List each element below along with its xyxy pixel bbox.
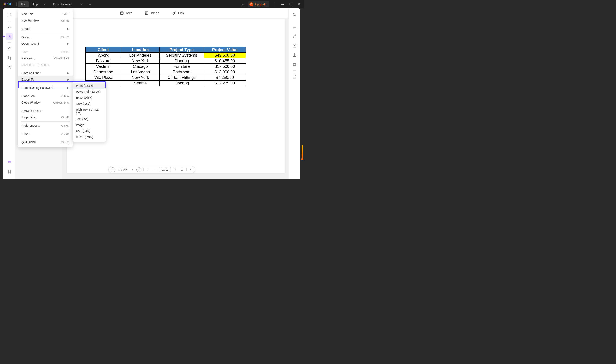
document-tab[interactable]: Excel to Word ✕ — [50, 1, 86, 7]
last-page-icon[interactable]: ⤓ — [180, 168, 184, 172]
tool-text[interactable]: Text — [120, 11, 132, 15]
organize-tool-icon[interactable] — [6, 45, 13, 52]
table-cell: Chicago — [121, 64, 159, 69]
table-row: oSeattleFlooring$12,275.00 — [85, 80, 246, 86]
separator — [21, 121, 70, 122]
table-cell: Flooring — [159, 80, 204, 86]
menu-open-recent[interactable]: Open Recent▶ — [18, 40, 72, 47]
minimize-icon[interactable]: — — [280, 2, 285, 6]
svg-rect-5 — [8, 66, 11, 69]
highlight-tool-icon[interactable] — [6, 24, 13, 30]
tool-image[interactable]: Image — [144, 11, 159, 15]
svg-rect-1 — [8, 35, 11, 38]
zoom-out-button[interactable]: − — [111, 167, 115, 172]
svg-rect-6 — [9, 67, 10, 68]
menu-show-folder[interactable]: Show in Folder — [18, 108, 72, 114]
menu-new-tab[interactable]: New TabCtrl+T — [18, 11, 72, 17]
table-cell: Secutiry Systems — [159, 52, 204, 58]
menu-new-window[interactable]: New WindowCtrl+N — [18, 17, 72, 24]
ocr-icon[interactable]: OCR — [291, 24, 298, 30]
layers-icon[interactable] — [6, 159, 13, 166]
menu-close-tab[interactable]: Close TabCtrl+W — [18, 93, 72, 99]
table-row: DunestoneLas VegasBathroom$13,900.00 — [85, 69, 246, 75]
menu-help[interactable]: Help — [29, 1, 41, 7]
menu-open[interactable]: Open...Ctrl+O — [18, 34, 72, 40]
menu-print[interactable]: Print...Ctrl+P — [18, 131, 72, 137]
app-logo: UPDF — [2, 2, 12, 6]
close-window-icon[interactable]: ✕ — [297, 2, 301, 6]
export-csv[interactable]: CSV (.csv) — [72, 101, 106, 107]
menu-preferences[interactable]: Preferences...Ctrl+K — [18, 122, 72, 129]
search-icon[interactable] — [291, 11, 298, 18]
table-cell: $12,275.00 — [204, 80, 246, 86]
export-rtf[interactable]: Rich Text Format (.rtf) — [72, 107, 106, 116]
separator — [293, 21, 296, 21]
crop-tool-icon[interactable] — [6, 54, 13, 61]
export-text[interactable]: Text (.txt) — [72, 116, 106, 122]
share-icon[interactable] — [291, 52, 298, 59]
left-sidebar — [3, 8, 15, 180]
reader-mode-icon[interactable] — [6, 11, 13, 18]
menu-properties[interactable]: Properties...Ctrl+D — [18, 114, 72, 120]
upgrade-button[interactable]: B Upgrade — [248, 1, 270, 7]
export-xml[interactable]: XML (.xml) — [72, 128, 106, 134]
table-cell: $10,455.00 — [204, 58, 246, 64]
table-row: AborkLos AngelesSecutiry Systems$43,500.… — [85, 52, 246, 58]
menu-save-other[interactable]: Save as Other▶ — [18, 70, 72, 76]
svg-point-7 — [293, 13, 295, 15]
separator — [186, 168, 187, 171]
col-client: Client — [85, 47, 121, 52]
table-cell: Abork — [85, 52, 121, 58]
table-cell: Curtain Flittings — [159, 75, 204, 80]
menu-save-as[interactable]: Save As...Ctrl+Shift+S — [18, 55, 72, 62]
zoom-dropdown-icon[interactable]: ▼ — [130, 168, 134, 171]
menu-dropdown-icon[interactable]: ▼ — [41, 3, 47, 6]
text-icon — [120, 11, 124, 15]
tool-link[interactable]: Link — [172, 11, 184, 15]
menu-create[interactable]: Create▶ — [18, 26, 72, 32]
export-powerpoint[interactable]: PowerPoint (.pptx) — [72, 89, 106, 95]
bookmark-icon[interactable] — [6, 168, 13, 175]
menu-export-to[interactable]: Export To▶ — [18, 76, 72, 83]
table-header-row: Client Location Project Type Project Val… — [85, 47, 246, 52]
next-page-icon[interactable]: ﹀ — [173, 167, 178, 172]
menu-protect[interactable]: Protect Using Password▶ — [18, 85, 72, 91]
convert-icon[interactable] — [291, 33, 298, 40]
export-html[interactable]: HTML (.html) — [72, 134, 106, 140]
table-row: VestminChicagoFurniture$17,500.00 — [85, 64, 246, 69]
scroll-indicator[interactable] — [301, 145, 303, 158]
menu-quit[interactable]: Quit UPDFCtrl+Q — [18, 139, 72, 145]
separator — [8, 21, 11, 21]
table-cell: Furniture — [159, 64, 204, 69]
menu-file[interactable]: File — [18, 1, 29, 7]
image-icon — [144, 11, 149, 15]
email-icon[interactable] — [291, 61, 298, 68]
form-tool-icon[interactable] — [6, 64, 13, 71]
prev-page-icon[interactable]: ︿ — [152, 167, 157, 172]
separator — [21, 130, 70, 130]
export-image[interactable]: Image — [72, 122, 106, 128]
compress-icon[interactable] — [291, 42, 298, 49]
first-page-icon[interactable]: ⤒ — [146, 168, 150, 172]
menu-save: SaveCtrl+S — [18, 49, 72, 55]
tab-title: Excel to Word — [53, 2, 72, 6]
close-controls-icon[interactable]: ✕ — [189, 168, 193, 172]
new-tab-icon[interactable]: ＋ — [88, 2, 92, 7]
tool-text-label: Text — [126, 11, 132, 15]
menu-close-window[interactable]: Close WindowCtrl+Shift+W — [18, 99, 72, 106]
save-icon[interactable] — [291, 73, 298, 80]
export-excel[interactable]: Excel (.xlsx) — [72, 95, 106, 101]
table-cell: Las Vegas — [121, 69, 159, 75]
page-indicator[interactable]: 1 / 1 — [159, 167, 171, 172]
maximize-icon[interactable]: ❐ — [288, 2, 293, 6]
zoom-in-button[interactable]: + — [137, 167, 141, 172]
scroll-handle[interactable] — [301, 158, 303, 160]
table-cell: Bathroom — [159, 69, 204, 75]
edit-tool-icon[interactable] — [6, 33, 13, 40]
chevron-down-icon[interactable]: ⌄ — [242, 2, 244, 6]
table-row: BlizzardNew YorkFlooring$10,455.00 — [85, 58, 246, 64]
close-tab-icon[interactable]: ✕ — [80, 2, 83, 6]
export-word[interactable]: Word (.docx) — [72, 83, 106, 89]
separator — [21, 92, 70, 92]
separator — [143, 168, 144, 171]
